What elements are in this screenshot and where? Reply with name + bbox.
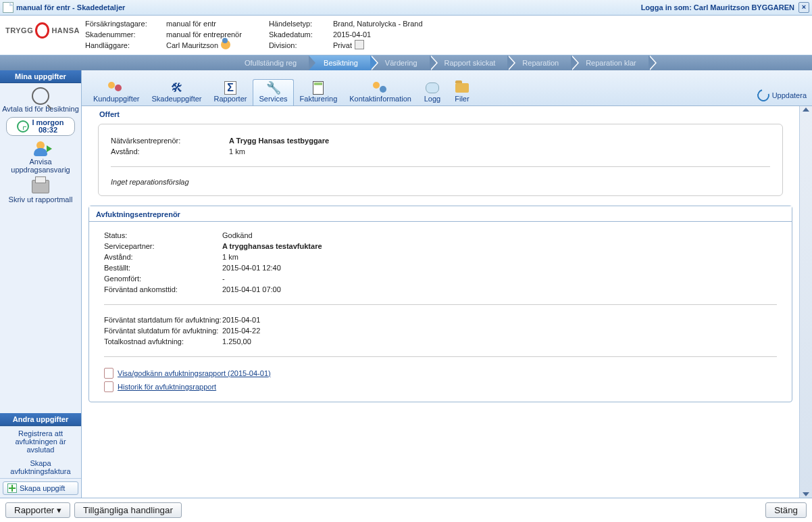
avfukt-section: Avfuktningsentreprenör Status:Godkänd Se… <box>88 206 792 402</box>
document-icon <box>3 2 14 13</box>
window-close-button[interactable]: × <box>798 2 809 13</box>
step-ofullstandig[interactable]: Ofullständig reg <box>230 55 309 70</box>
sidebar-header-mytasks: Mina uppgifter <box>0 70 81 83</box>
case-info-bar: TRYGGHANSA Försäkringstagare:manual för … <box>0 16 812 55</box>
offert-section: Offert Nätvärksentreprenör:A Trygg Hansa… <box>88 110 792 196</box>
clipboard-icon <box>104 381 113 392</box>
users-icon <box>108 82 124 94</box>
hammer-icon: 🛠 <box>168 81 186 95</box>
info-column-right: Händelsetyp:Brand, Naturolycka - Brand S… <box>269 18 423 51</box>
tab-filer[interactable]: Filer <box>447 79 477 105</box>
sidebar-header-other: Andra uppgifter <box>0 413 81 426</box>
sidebar-link-faktura[interactable]: Skapa avfuktningsfaktura <box>0 456 81 478</box>
sidebar: Mina uppgifter Avtala tid för besiktning… <box>0 70 82 498</box>
assign-user-icon <box>33 141 48 156</box>
tab-kontakt[interactable]: Kontaktinformation <box>343 79 417 105</box>
avfukt-link-report[interactable]: Visa/godkänn avfuktningsrapport (2015-04… <box>104 368 777 379</box>
step-vardering[interactable]: Värdering <box>370 55 430 70</box>
tab-services[interactable]: 🔧Services <box>253 79 293 105</box>
footer-bar: Rapporter Tillgängliga handlingar Stäng <box>0 498 812 522</box>
clock-icon <box>17 120 29 133</box>
logo-circle-icon <box>35 22 49 39</box>
step-rapport[interactable]: Rapport skickat <box>430 55 508 70</box>
tab-kunduppgifter[interactable]: Kunduppgifter <box>87 79 146 105</box>
window-titlebar: manual för entr - Skadedetaljer Logga in… <box>0 0 812 16</box>
create-task-button[interactable]: Skapa uppgift <box>3 481 78 495</box>
step-reparation[interactable]: Reparation <box>507 55 571 70</box>
log-icon <box>426 82 439 93</box>
window-title: manual för entr - Skadedetaljer <box>16 3 125 11</box>
info-column-left: Försäkringstagare:manual för entr Skaden… <box>85 18 242 51</box>
scroll-up-icon[interactable] <box>803 108 809 112</box>
workflow-steps: Ofullständig reg Besiktning Värdering Ra… <box>0 55 812 70</box>
tab-logg[interactable]: Logg <box>417 79 447 105</box>
calculator-icon <box>313 81 324 95</box>
sigma-icon: Σ <box>224 81 236 95</box>
appointment-pill[interactable]: I morgon08:32 <box>6 117 75 136</box>
documents-button[interactable]: Tillgängliga handlingar <box>74 502 182 518</box>
division-box-icon <box>355 40 364 49</box>
sidebar-link-registrera[interactable]: Registrera att avfuktningen är avslutad <box>0 427 81 456</box>
brand-logo: TRYGGHANSA <box>5 18 80 43</box>
step-besiktning[interactable]: Besiktning <box>309 55 370 70</box>
clipboard-icon <box>104 368 113 379</box>
reports-dropdown-button[interactable]: Rapporter <box>5 502 70 518</box>
refresh-button[interactable]: Uppdatera <box>757 89 807 105</box>
offert-legend: Offert <box>97 110 122 118</box>
sidebar-item-anvisa[interactable]: Anvisa uppdragsansvarig <box>1 140 80 174</box>
refresh-icon <box>755 87 771 104</box>
handler-person-icon <box>221 40 230 49</box>
main-toolbar: Kunduppgifter 🛠Skadeuppgifter ΣRapporter… <box>82 70 812 106</box>
contact-icon <box>373 82 388 94</box>
sidebar-item-besiktning[interactable]: Avtala tid för besiktning <box>1 87 80 113</box>
magnifier-icon <box>32 87 49 105</box>
tab-fakturering[interactable]: Fakturering <box>294 79 344 105</box>
avfukt-header: Avfuktningsentreprenör <box>89 206 792 222</box>
content-scroll[interactable]: Offert Nätvärksentreprenör:A Trygg Hansa… <box>82 106 799 498</box>
scroll-down-icon[interactable] <box>803 492 809 496</box>
sidebar-item-print[interactable]: Skriv ut rapportmall <box>1 178 80 204</box>
offert-note: Inget reparationsförslag <box>111 178 770 186</box>
tools-icon: 🔧 <box>265 81 282 95</box>
step-repklar[interactable]: Reparation klar <box>571 55 649 70</box>
folder-icon <box>455 83 469 93</box>
close-button[interactable]: Stäng <box>765 502 807 518</box>
avfukt-link-history[interactable]: Historik för avfuktningsrapport <box>104 381 777 392</box>
printer-icon <box>32 180 49 193</box>
vertical-scrollbar[interactable] <box>799 106 812 498</box>
plus-icon <box>7 483 17 493</box>
login-info: Logga in som: Carl Mauritzson BYGGAREN <box>641 3 794 11</box>
tab-skadeuppgifter[interactable]: 🛠Skadeuppgifter <box>146 79 208 105</box>
tab-rapporter[interactable]: ΣRapporter <box>208 79 253 105</box>
